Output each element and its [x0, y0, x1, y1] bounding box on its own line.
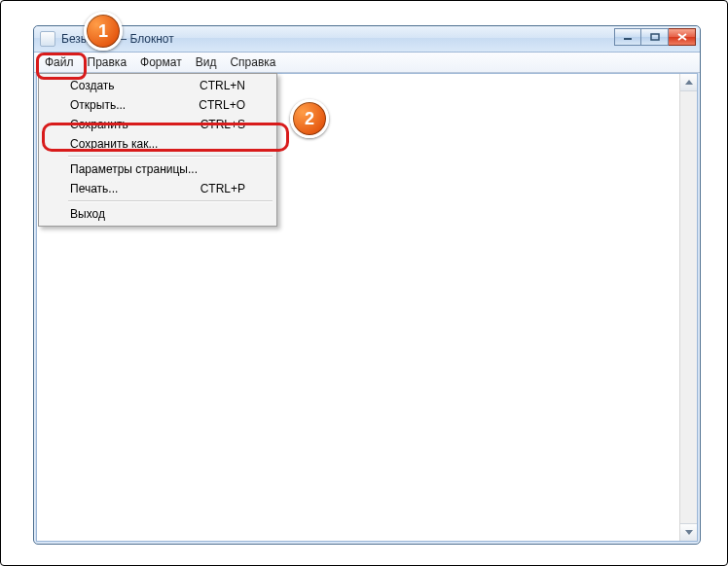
maximize-button[interactable] [641, 28, 669, 46]
scroll-up-button[interactable] [680, 74, 697, 91]
menu-item-shortcut: CTRL+N [200, 79, 245, 92]
menu-item-label: Печать... [70, 182, 118, 195]
menu-item-exit[interactable]: Выход [41, 204, 274, 224]
callout-2: 2 [290, 99, 329, 138]
menu-item-label: Создать [70, 79, 115, 92]
title-suffix: — Блокнот [115, 32, 174, 46]
menu-help[interactable]: Справка [223, 53, 282, 72]
titlebar[interactable]: Безы — Блокнот [34, 26, 700, 53]
notepad-icon [40, 31, 55, 47]
menu-item-shortcut: CTRL+S [200, 118, 245, 131]
menu-item-new[interactable]: Создать CTRL+N [41, 76, 274, 95]
scroll-down-button[interactable] [680, 523, 697, 541]
svg-rect-0 [624, 38, 632, 40]
menu-item-label: Сохранить [70, 118, 128, 131]
menu-item-label: Выход [70, 207, 105, 221]
menu-separator [68, 156, 273, 158]
menu-edit[interactable]: Правка [81, 53, 134, 72]
menu-item-shortcut: CTRL+P [200, 182, 245, 195]
menu-separator [68, 200, 273, 202]
menu-item-label: Сохранить как... [70, 137, 158, 151]
menu-item-page-setup[interactable]: Параметры страницы... [41, 159, 274, 179]
minimize-button[interactable] [614, 28, 641, 46]
menu-item-save[interactable]: Сохранить CTRL+S [41, 115, 274, 134]
menu-item-save-as[interactable]: Сохранить как... [41, 134, 274, 154]
menu-item-label: Параметры страницы... [70, 162, 198, 176]
menu-view[interactable]: Вид [189, 53, 224, 72]
chevron-up-icon [685, 80, 693, 85]
menu-format[interactable]: Формат [133, 53, 189, 72]
menu-item-shortcut: CTRL+O [199, 98, 245, 112]
close-button[interactable] [669, 28, 696, 46]
vertical-scrollbar[interactable] [679, 74, 697, 541]
menu-item-label: Открыть... [70, 98, 126, 112]
svg-rect-1 [651, 34, 659, 40]
chevron-down-icon [685, 530, 693, 535]
menu-file[interactable]: Файл [38, 53, 81, 72]
menu-item-print[interactable]: Печать... CTRL+P [41, 179, 274, 198]
menu-item-open[interactable]: Открыть... CTRL+O [41, 95, 274, 115]
app-window: Безы — Блокнот Файл Правка Формат Вид Сп… [33, 25, 701, 545]
menubar: Файл Правка Формат Вид Справка [34, 53, 700, 73]
file-menu-dropdown: Создать CTRL+N Открыть... CTRL+O Сохрани… [38, 73, 277, 227]
callout-1: 1 [84, 12, 123, 51]
